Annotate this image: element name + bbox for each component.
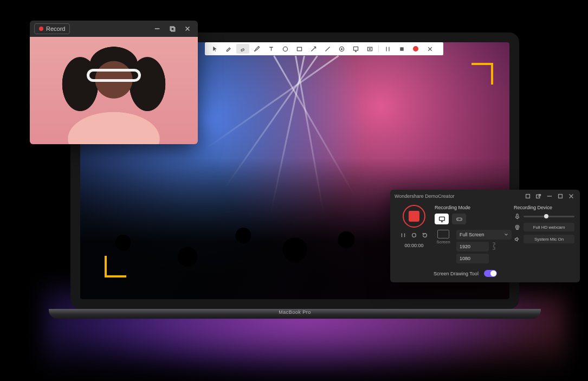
slider-knob[interactable] xyxy=(544,214,548,218)
svg-rect-17 xyxy=(516,214,518,217)
mini-pause-button[interactable] xyxy=(400,232,406,238)
panel-footer: Screen Drawing Tool xyxy=(390,270,580,282)
magnifier-tool[interactable] xyxy=(363,44,376,54)
cursor-tool[interactable] xyxy=(208,44,221,54)
panel-title: Wondershare DemoCreator xyxy=(395,193,454,199)
stop-icon xyxy=(398,46,405,53)
panel-body: 00:00:00 Recording Mode Screen xyxy=(390,203,580,270)
mic-icon[interactable] xyxy=(514,214,520,219)
svg-rect-0 xyxy=(241,48,244,51)
record-button[interactable] xyxy=(409,44,422,54)
mini-record-button[interactable] xyxy=(411,232,417,238)
drawing-tool-label: Screen Drawing Tool xyxy=(434,271,479,276)
pin-icon xyxy=(525,193,531,199)
close-icon xyxy=(568,193,574,199)
mini-restart-button[interactable] xyxy=(422,232,428,238)
popout-icon xyxy=(535,193,542,199)
chevron-down-icon xyxy=(504,233,508,237)
capture-region-corner-bl[interactable] xyxy=(105,256,126,277)
toggle-knob xyxy=(490,270,496,276)
lock-aspect-icon[interactable] xyxy=(491,242,496,251)
panel-minimize-button[interactable] xyxy=(545,192,554,201)
drawing-tool-toggle[interactable] xyxy=(484,270,497,277)
webcam-icon[interactable] xyxy=(514,224,520,230)
record-stop-icon xyxy=(409,211,419,222)
speaker-icon[interactable] xyxy=(514,236,520,242)
panel-close-button[interactable] xyxy=(567,192,576,201)
recording-mode-label: Recording Mode xyxy=(435,205,512,210)
close-icon xyxy=(184,25,191,32)
mic-volume-slider[interactable] xyxy=(524,216,574,217)
dimension-row-2: 1080 xyxy=(456,254,512,263)
stop-button[interactable] xyxy=(395,44,408,54)
recording-timer: 00:00:00 xyxy=(404,243,423,248)
svg-point-16 xyxy=(460,218,461,219)
maximize-icon xyxy=(169,25,176,32)
maximize-icon xyxy=(557,193,564,199)
screen-preset-select[interactable]: Full Screen xyxy=(456,230,512,240)
panel-maximize-button[interactable] xyxy=(556,192,565,201)
eraser-tool[interactable] xyxy=(236,44,249,54)
mini-controls xyxy=(400,232,428,238)
close-toolbar-button[interactable] xyxy=(423,44,436,54)
record-titlebar[interactable]: Record xyxy=(30,21,198,37)
record-dot-icon xyxy=(411,232,417,238)
webcam-select[interactable]: Full HD webcam xyxy=(524,223,574,231)
panel-titlebar[interactable]: Wondershare DemoCreator xyxy=(390,190,580,203)
close-icon xyxy=(427,46,434,53)
pause-icon xyxy=(384,46,391,53)
minimize-button[interactable] xyxy=(151,23,163,35)
arrow-tool[interactable] xyxy=(307,44,320,54)
big-record-button[interactable] xyxy=(403,205,425,228)
screen-settings: Screen Full Screen 1920 xyxy=(435,230,512,263)
monitor-icon xyxy=(437,230,449,238)
speaker-value: System Mic On xyxy=(534,237,564,242)
demo-creator-panel: Wondershare DemoCreator xyxy=(390,190,580,282)
svg-point-1 xyxy=(283,47,287,51)
minimize-icon xyxy=(154,25,160,32)
rectangle-tool[interactable] xyxy=(293,44,306,54)
panel-mid: Recording Mode Screen Full Screen xyxy=(435,205,512,263)
eraser-icon xyxy=(240,46,246,53)
link-icon xyxy=(491,242,496,250)
whiteboard-tool[interactable] xyxy=(349,44,362,54)
capture-region-corner-tr[interactable] xyxy=(471,63,493,85)
screen-source[interactable]: Screen xyxy=(435,230,452,244)
mode-tabs xyxy=(435,214,512,224)
svg-rect-5 xyxy=(353,47,358,50)
highlighter-tool[interactable] xyxy=(222,44,235,54)
popout-button[interactable] xyxy=(534,192,543,201)
annotation-toolbar xyxy=(205,42,443,55)
record-chip[interactable]: Record xyxy=(34,23,70,34)
laptop-base: MacBook Pro xyxy=(49,309,541,319)
width-input[interactable]: 1920 xyxy=(456,242,489,251)
circle-tool[interactable] xyxy=(279,44,292,54)
speaker-select[interactable]: System Mic On xyxy=(524,235,574,243)
whiteboard-icon xyxy=(352,46,359,53)
svg-rect-2 xyxy=(297,47,301,51)
mode-tab-game[interactable] xyxy=(452,214,466,224)
spotlight-tool[interactable] xyxy=(335,44,348,54)
minimize-icon xyxy=(546,193,553,199)
record-icon xyxy=(39,27,43,31)
marker-tool[interactable] xyxy=(250,44,263,54)
mode-tab-screen[interactable] xyxy=(435,214,449,224)
laptop-brand-label: MacBook Pro xyxy=(279,309,311,315)
maximize-button[interactable] xyxy=(166,23,178,35)
close-button[interactable] xyxy=(182,23,193,35)
height-input[interactable]: 1080 xyxy=(456,254,489,263)
pin-button[interactable] xyxy=(524,192,532,201)
screen-label: Screen xyxy=(436,240,450,244)
mic-row xyxy=(514,214,574,219)
rectangle-icon xyxy=(296,46,303,53)
pause-button[interactable] xyxy=(381,44,394,54)
monitor-icon xyxy=(438,216,445,223)
arrow-icon xyxy=(310,46,317,53)
pause-icon xyxy=(400,232,406,238)
text-tool[interactable] xyxy=(264,44,277,54)
screen-preset-value: Full Screen xyxy=(460,232,484,237)
cursor-icon xyxy=(211,46,218,53)
line-tool[interactable] xyxy=(321,44,334,54)
gamepad-icon xyxy=(456,216,463,223)
panel-left: 00:00:00 xyxy=(396,205,432,263)
